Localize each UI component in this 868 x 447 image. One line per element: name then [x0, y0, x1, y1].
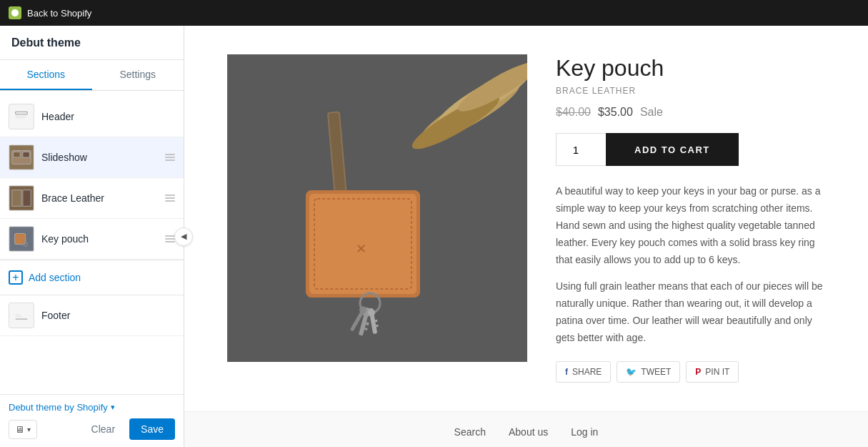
chevron-down-icon: ▾: [111, 403, 115, 412]
add-to-cart-row: ADD TO CART: [556, 133, 825, 166]
sale-badge: Sale: [640, 106, 663, 119]
section-thumb-header: [9, 104, 34, 129]
quantity-input[interactable]: [556, 133, 606, 166]
pin-label: PIN IT: [705, 367, 729, 377]
topbar: Back to Shopify: [0, 0, 868, 26]
add-section-label: Add section: [29, 272, 81, 283]
bottom-actions: 🖥 ▾ Clear Save: [9, 418, 175, 440]
section-thumb-brace: [9, 185, 34, 211]
add-section-button[interactable]: + Add section: [0, 260, 184, 295]
footer-thumb-icon: [14, 308, 29, 323]
product-details: Key pouch BRACE LEATHER $40.00 $35.00 Sa…: [556, 54, 825, 383]
svg-rect-8: [12, 190, 21, 207]
section-label-slideshow: Slideshow: [41, 152, 158, 163]
tabs-container: Sections Settings: [0, 60, 184, 91]
shopify-icon: [9, 6, 21, 19]
drag-dots-keypouch: [165, 235, 175, 242]
section-item-brace-leather[interactable]: Brace Leather: [0, 178, 184, 219]
section-label-keypouch: Key pouch: [41, 233, 158, 245]
theme-title: Debut theme: [11, 36, 81, 49]
plus-icon: +: [9, 270, 23, 285]
product-image-container: ✕: [227, 54, 527, 383]
product-description-1: A beautiful way to keep your keys in you…: [556, 183, 825, 268]
brace-thumb-img: [9, 185, 34, 211]
collapse-sidebar-button[interactable]: ◀: [174, 227, 193, 246]
section-label-header: Header: [41, 111, 175, 122]
tweet-label: TWEET: [641, 367, 671, 377]
theme-badge-label: Debut theme by Shopify: [9, 402, 108, 413]
save-button[interactable]: Save: [129, 418, 175, 440]
product-description-2: Using full grain leather means that each…: [556, 278, 825, 346]
product-price: $40.00 $35.00 Sale: [556, 106, 825, 119]
page-footer: Search About us Log in: [184, 411, 868, 447]
section-thumb-footer: [9, 303, 34, 328]
section-thumb-slideshow: [9, 144, 34, 170]
preview-area: ✕: [184, 26, 868, 447]
add-to-cart-button[interactable]: ADD TO CART: [606, 133, 739, 166]
sidebar-footer: Debut theme by Shopify ▾ 🖥 ▾ Clear Save: [0, 394, 184, 447]
sidebar: Debut theme Sections Settings Header: [0, 26, 184, 447]
sidebar-header: Debut theme: [0, 26, 184, 60]
footer-link-search[interactable]: Search: [454, 426, 486, 438]
tab-settings[interactable]: Settings: [92, 60, 184, 90]
twitter-icon: 🐦: [626, 367, 637, 377]
share-facebook-button[interactable]: f SHARE: [556, 361, 611, 383]
tweet-button[interactable]: 🐦 TWEET: [617, 361, 680, 383]
svg-rect-0: [16, 112, 28, 114]
svg-rect-9: [23, 190, 31, 207]
desktop-icon: 🖥: [15, 424, 24, 435]
section-item-slideshow[interactable]: Slideshow: [0, 137, 184, 178]
chevron-icon: ▾: [27, 426, 31, 433]
section-label-brace: Brace Leather: [41, 192, 158, 204]
theme-badge[interactable]: Debut theme by Shopify ▾: [9, 402, 175, 413]
slideshow-drag-handle[interactable]: [165, 154, 175, 161]
pinterest-icon: P: [695, 367, 701, 377]
content-area: ✕: [184, 26, 868, 447]
product-section: ✕: [184, 26, 868, 411]
footer-link-about[interactable]: About us: [509, 426, 548, 438]
collapse-icon: ◀: [181, 232, 186, 241]
original-price: $40.00: [556, 106, 591, 119]
slideshow-thumb-img: [9, 144, 34, 170]
product-title: Key pouch: [556, 54, 825, 82]
brace-drag-handle[interactable]: [165, 195, 175, 202]
social-buttons: f SHARE 🐦 TWEET P PIN IT: [556, 361, 825, 383]
header-thumb-icon: [14, 109, 29, 124]
keypouch-thumb-img: [9, 226, 34, 252]
sale-price: $35.00: [598, 106, 633, 119]
device-toggle-button[interactable]: 🖥 ▾: [9, 420, 37, 439]
svg-rect-6: [23, 152, 29, 157]
svg-rect-35: [376, 325, 378, 327]
svg-rect-34: [375, 320, 377, 322]
section-item-header[interactable]: Header: [0, 97, 184, 137]
section-label-footer: Footer: [41, 310, 175, 321]
product-image-svg: ✕: [227, 54, 527, 362]
share-label: SHARE: [572, 367, 602, 377]
footer-link-login[interactable]: Log in: [571, 426, 598, 438]
svg-text:✕: ✕: [356, 242, 366, 256]
main-layout: Debut theme Sections Settings Header: [0, 26, 868, 447]
tab-sections[interactable]: Sections: [0, 60, 92, 90]
back-to-shopify-link[interactable]: Back to Shopify: [27, 8, 91, 19]
pin-button[interactable]: P PIN IT: [686, 361, 739, 383]
section-thumb-keypouch: [9, 226, 34, 252]
facebook-icon: f: [565, 367, 568, 377]
section-item-footer[interactable]: Footer: [0, 295, 184, 336]
svg-rect-5: [14, 152, 20, 157]
section-item-key-pouch[interactable]: Key pouch: [0, 219, 184, 260]
keypouch-drag-handle[interactable]: [165, 235, 175, 242]
drag-dots-brace: [165, 195, 175, 202]
product-vendor: BRACE LEATHER: [556, 86, 825, 96]
drag-dots-slideshow: [165, 154, 175, 161]
product-image: ✕: [227, 54, 527, 362]
clear-button[interactable]: Clear: [83, 420, 124, 438]
sections-list: Header Slideshow: [0, 91, 184, 394]
